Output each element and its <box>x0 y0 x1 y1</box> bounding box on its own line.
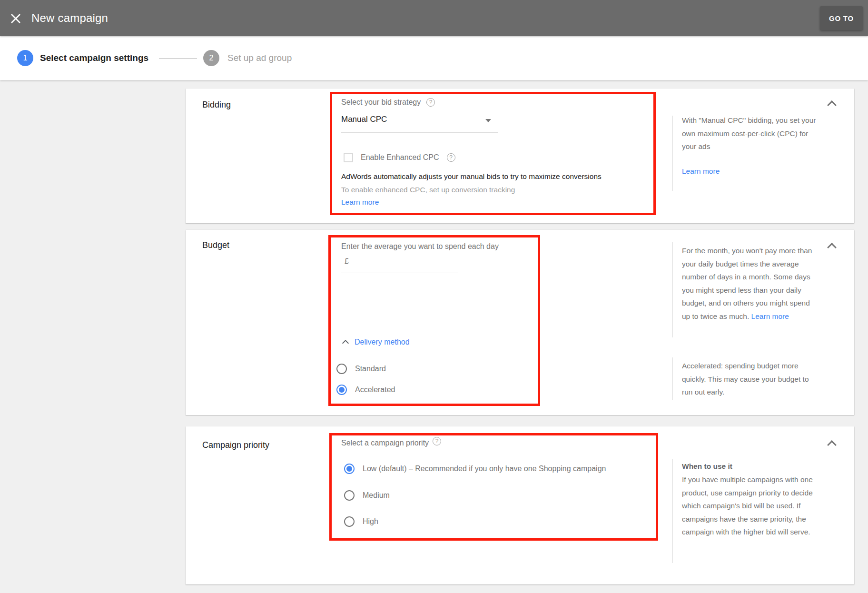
help-icon[interactable] <box>426 98 435 107</box>
enhanced-cpc-row: Enable Enhanced CPC <box>344 153 455 162</box>
help-icon[interactable] <box>447 153 455 162</box>
chevron-down-icon[interactable] <box>485 119 491 122</box>
new-campaign-page: New campaign GO TO 1 Select campaign set… <box>0 0 868 593</box>
delivery-method-toggle[interactable]: Delivery method <box>343 338 410 346</box>
bid-strategy-dropdown-underline[interactable] <box>341 132 498 133</box>
info-divider <box>672 242 673 337</box>
close-icon-glyph <box>10 12 22 25</box>
bid-strategy-label-row: Select your bid strategy <box>341 98 435 107</box>
budget-section-title: Budget <box>202 240 229 250</box>
budget-input-label: Enter the average you want to spend each… <box>341 242 499 251</box>
info-divider <box>672 357 673 400</box>
collapse-chevron-icon[interactable] <box>827 100 837 110</box>
annotation-box-priority <box>329 433 658 541</box>
annotation-box-budget <box>328 235 540 406</box>
radio-accelerated-label: Accelerated <box>355 385 395 394</box>
bidding-section-title: Bidding <box>202 100 231 110</box>
delivery-accelerated-option[interactable]: Accelerated <box>336 385 395 395</box>
budget-info-body: For the month, you won't pay more than y… <box>682 247 812 320</box>
chevron-up-icon <box>342 340 349 346</box>
step-2-label[interactable]: Set up ad group <box>227 36 292 80</box>
bid-strategy-dropdown-value[interactable]: Manual CPC <box>341 115 387 124</box>
radio-high-label: High <box>363 517 378 526</box>
collapse-chevron-icon[interactable] <box>827 243 837 252</box>
close-icon[interactable] <box>9 11 23 26</box>
priority-high-option[interactable]: High <box>344 516 378 527</box>
radio-low-label: Low (default) – Recommended if you only … <box>363 465 606 473</box>
priority-low-option[interactable]: Low (default) – Recommended if you only … <box>344 464 606 474</box>
priority-medium-option[interactable]: Medium <box>344 490 390 501</box>
priority-select-label-row: Select a campaign priority <box>341 439 441 447</box>
priority-section-title: Campaign priority <box>202 440 269 450</box>
campaign-priority-section: Campaign priority Select a campaign prio… <box>186 426 854 584</box>
budget-info-text: For the month, you won't pay more than y… <box>682 244 819 323</box>
app-header: New campaign GO TO <box>0 0 868 36</box>
bidding-section: Bidding Select your bid strategy Manual … <box>186 89 854 223</box>
help-icon[interactable] <box>433 437 441 445</box>
info-divider <box>672 116 673 191</box>
radio-accelerated[interactable] <box>336 385 347 395</box>
radio-medium-label: Medium <box>363 491 390 500</box>
radio-high[interactable] <box>344 516 355 527</box>
bid-strategy-label: Select your bid strategy <box>341 98 421 107</box>
daily-budget-input[interactable]: £ <box>345 257 349 266</box>
learn-more-link[interactable]: Learn more <box>751 312 789 320</box>
step-2-circle[interactable]: 2 <box>203 50 219 66</box>
enhanced-cpc-label: Enable Enhanced CPC <box>361 153 439 162</box>
radio-low[interactable] <box>344 464 355 474</box>
radio-standard-label: Standard <box>355 365 386 373</box>
learn-more-link[interactable]: Learn more <box>341 198 379 207</box>
enhanced-cpc-note: To enable enhanced CPC, set up conversio… <box>341 186 515 194</box>
priority-info-text: If you have multiple campaigns with one … <box>682 473 819 539</box>
radio-standard[interactable] <box>336 364 347 374</box>
delivery-standard-option[interactable]: Standard <box>336 364 386 374</box>
delivery-method-label: Delivery method <box>355 338 410 346</box>
info-divider <box>672 459 673 563</box>
budget-section: Budget Enter the average you want to spe… <box>186 230 854 415</box>
enhanced-cpc-checkbox[interactable] <box>344 153 353 162</box>
bidding-info-text: With "Manual CPC" bidding, you set your … <box>682 114 819 153</box>
step-connector-line <box>159 58 197 59</box>
step-1-circle[interactable]: 1 <box>17 50 33 66</box>
accelerated-note-text: Accelerated: spending budget more quickl… <box>682 359 819 399</box>
radio-medium[interactable] <box>344 490 355 501</box>
stepper: 1 Select campaign settings 2 Set up ad g… <box>0 36 868 80</box>
page-title: New campaign <box>31 0 108 36</box>
daily-budget-input-underline[interactable] <box>341 273 458 273</box>
collapse-chevron-icon[interactable] <box>827 440 837 450</box>
priority-info-title: When to use it <box>682 460 819 473</box>
enhanced-cpc-description: AdWords automatically adjusts your manua… <box>341 172 602 181</box>
learn-more-link[interactable]: Learn more <box>682 167 720 176</box>
go-to-button[interactable]: GO TO <box>820 6 863 30</box>
step-1-label[interactable]: Select campaign settings <box>40 36 148 80</box>
priority-select-label: Select a campaign priority <box>341 439 429 447</box>
